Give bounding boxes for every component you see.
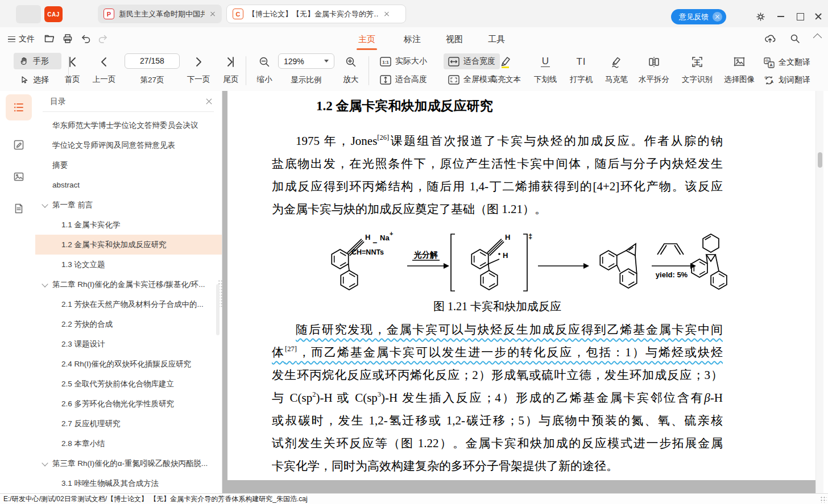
fit-height-button[interactable]: 适合高度 (375, 72, 432, 88)
close-tab-icon[interactable] (383, 11, 390, 18)
document-page[interactable]: 1.2 金属卡宾和炔加成反应研究 1975 年，Jones[26]课题组首次报道… (227, 91, 815, 480)
toc-item-label: 3.1 咔唑生物碱及其合成方法 (61, 478, 159, 489)
rail-toc-button[interactable] (6, 94, 32, 120)
actual-size-button[interactable]: 1:1 实际大小 (375, 53, 432, 69)
chevron-down-icon[interactable] (42, 460, 48, 466)
printer-icon (61, 32, 74, 45)
file-menu-button[interactable]: 文件 (8, 32, 35, 47)
toc-item[interactable]: 2.8 本章小结 (35, 434, 222, 453)
toc-item[interactable]: 学位论文导师评阅及同意答辩意见表 (35, 135, 222, 155)
toc-close-icon[interactable] (205, 98, 213, 105)
toc-panel: 目录 华东师范大学博士学位论文答辩委员会决议学位论文导师评阅及同意答辩意见表摘要… (35, 91, 222, 493)
text-line: 盐底物出发，在光照条件下，原位产生活性卡宾中间体，随后与分子内炔烃发生 (272, 152, 723, 175)
typewriter-icon: TI (576, 56, 586, 68)
toc-item[interactable]: 1.3 论文立题 (35, 255, 222, 274)
ocr-button[interactable]: 王 文字识别 (677, 53, 718, 85)
feedback-label: 意见反馈 (679, 12, 709, 22)
zoom-out-button[interactable]: 缩小 (246, 53, 283, 85)
toc-item[interactable]: 第一章 前言 (35, 195, 222, 215)
typewriter-button[interactable]: TI 打字机 (563, 53, 599, 85)
cloud-sync-button[interactable] (764, 32, 776, 45)
toc-item[interactable]: 2.1 芳炔在天然产物及材料分子合成中的... (35, 294, 222, 314)
toc-item[interactable]: 2.3 课题设计 (35, 334, 222, 354)
sidebar-rail (0, 91, 35, 493)
toc-item[interactable]: 2.7 反应机理研究 (35, 414, 222, 434)
toc-item-label: 2.1 芳炔在天然产物及材料分子合成中的... (61, 299, 204, 310)
fit-height-icon (380, 75, 391, 85)
chevron-down-icon[interactable] (42, 201, 48, 207)
toc-scrollbar[interactable] (216, 284, 220, 335)
underline-button[interactable]: U 下划线 (527, 53, 564, 85)
zoom-in-button[interactable]: 放大 (333, 53, 369, 85)
prev-page-button[interactable]: 上一页 (86, 53, 122, 85)
next-page-button[interactable]: 下一页 (180, 53, 217, 85)
redo-button[interactable] (97, 32, 109, 45)
select-tool-label: 选择 (33, 75, 49, 85)
toc-item-label: 2.3 课题设计 (61, 339, 105, 349)
document-tab-2-active[interactable]: C 【博士论文】【无】金属卡宾介导的芳… (226, 5, 406, 23)
page-number-input[interactable]: 27/158 (125, 53, 180, 69)
toc-item[interactable]: 第三章 Rh(I)催化的α-重氮吲哚乙酸炔丙酯脱... (35, 453, 222, 473)
word-translate-button[interactable]: A 中 划词翻译 (763, 73, 810, 87)
collapse-ribbon-button[interactable] (814, 32, 822, 45)
toc-item-label: 2.7 反应机理研究 (61, 419, 121, 429)
open-file-button[interactable] (43, 32, 56, 45)
search-button[interactable] (789, 32, 801, 45)
feedback-button[interactable]: 意见反馈 (671, 9, 726, 24)
svg-text:A: A (769, 63, 773, 68)
toc-item[interactable]: 2.6 多芳环化合物光化学性质研究 (35, 394, 222, 414)
tab-annotate[interactable]: 标注 (404, 32, 421, 47)
toc-item-label: 1.1 金属卡宾化学 (61, 220, 121, 230)
minimize-button[interactable] (775, 10, 787, 23)
toc-item[interactable]: 1.2 金属卡宾和炔加成反应研究 (35, 235, 222, 255)
tab-view[interactable]: 视图 (446, 32, 463, 47)
toc-item[interactable]: 摘要 (35, 155, 222, 175)
undo-button[interactable] (80, 32, 92, 45)
toc-item[interactable]: 3.1 咔唑生物碱及其合成方法 (35, 473, 222, 493)
toc-item[interactable]: 2.2 芳炔的合成 (35, 314, 222, 334)
last-page-button[interactable]: 尾页 (213, 53, 249, 85)
document-scrollbar[interactable] (815, 91, 823, 493)
text-line-wavy-underline: 体[27]，而乙烯基金属卡宾可以发生进一步的转化反应，包括：1）与烯烃或炔烃 (272, 341, 723, 364)
scrollbar-thumb[interactable] (818, 152, 822, 168)
prev-page-icon (97, 55, 111, 69)
close-tab-icon[interactable] (209, 11, 216, 18)
toc-list: 华东师范大学博士学位论文答辩委员会决议学位论文导师评阅及同意答辩意见表摘要abs… (35, 115, 222, 493)
app-menu-button[interactable] (16, 5, 41, 23)
full-translate-icon: 中 A (763, 57, 775, 69)
toc-item[interactable]: 华东师范大学博士学位论文答辩委员会决议 (35, 115, 222, 135)
tab-home[interactable]: 主页 (358, 32, 375, 47)
structure-cyclopropene (600, 244, 636, 288)
close-window-button[interactable] (812, 10, 825, 23)
actual-size-label: 实际大小 (395, 56, 427, 66)
fit-height-label: 适合高度 (395, 74, 427, 85)
zoom-select[interactable]: 129% (278, 53, 334, 69)
feedback-close-icon[interactable] (713, 12, 722, 22)
toc-item[interactable]: abstract (35, 175, 222, 195)
first-page-button[interactable]: 首页 (54, 53, 90, 85)
caj-logo: CAJ (44, 6, 63, 22)
toc-item[interactable]: 1.1 金属卡宾化学 (35, 215, 222, 235)
print-button[interactable] (61, 32, 74, 45)
maximize-button[interactable] (794, 10, 806, 23)
toc-item[interactable]: 第二章 Rh(I)催化的金属卡宾迁移/羰基化/环... (35, 274, 222, 294)
document-tab-1[interactable]: P 新民主主义革命时期中国共产...理想信… (98, 5, 222, 23)
marker-pen-button[interactable]: 马克笔 (598, 53, 635, 85)
chevron-down-icon[interactable] (42, 281, 48, 287)
minimize-icon (777, 16, 784, 17)
highlight-text-button[interactable]: 高亮文本 (487, 53, 524, 85)
first-page-label: 首页 (54, 74, 90, 85)
tab-tools[interactable]: 工具 (488, 32, 505, 47)
settings-button[interactable] (754, 10, 767, 23)
full-translate-button[interactable]: 中 A 全文翻译 (763, 56, 810, 69)
file-menu-label: 文件 (19, 34, 35, 44)
rail-pages-button[interactable] (6, 195, 32, 222)
toc-item[interactable]: 2.5 全取代芳炔前体化合物库建立 (35, 374, 222, 394)
rail-images-button[interactable] (6, 164, 32, 190)
rail-annotation-button[interactable] (6, 132, 32, 158)
horizontal-split-button[interactable]: 水平拆分 (634, 53, 674, 85)
toc-item[interactable]: 2.4 Rh(I)催化的双炔环化插羰反应研究 (35, 354, 222, 374)
app-window: CAJ P 新民主主义革命时期中国共产...理想信… C 【博士论文】【无】金属… (0, 0, 828, 504)
resize-grip[interactable] (820, 496, 827, 503)
select-image-button[interactable]: 选择图像 (719, 53, 760, 85)
